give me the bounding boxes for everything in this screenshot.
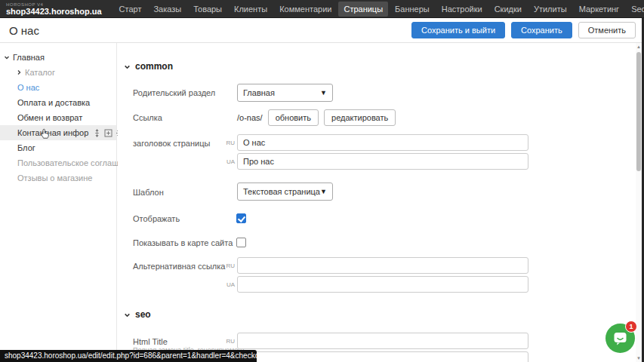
tree-item-payment-delivery[interactable]: Оплата и доставка [0,95,116,110]
tree-item-label: Главная [13,53,45,62]
scroll-up-arrow[interactable]: ▲ [636,43,642,51]
support-chat-button[interactable]: 1 [605,324,635,353]
tree-item-blog[interactable]: Блог [0,140,116,155]
tree-item-catalog[interactable]: Каталог [0,65,116,80]
shop-domain-text: shop34423.horoshop.ua [6,8,102,16]
sitemap-checkbox[interactable] [236,238,246,247]
menu-item-comments[interactable]: Комментарии [274,2,337,17]
html-title-label: Html Title [133,337,168,346]
page-title: О нас [9,24,39,37]
menu-item-settings[interactable]: Настройки [436,2,488,17]
alt-link-ru-input[interactable] [237,257,528,274]
alt-link-ua-input[interactable] [237,276,528,293]
move-icon[interactable] [93,129,101,137]
browser-status-url: shop34423.horoshop.ua/edit/edit.php?id=6… [0,350,257,362]
menu-item-pages[interactable]: Страницы [338,2,388,17]
tree-item-home[interactable]: Главная [0,50,116,65]
section-header-seo[interactable]: seo [124,309,151,320]
vertical-scrollbar[interactable]: ▲ ▼ [636,43,642,362]
menu-item-utilities[interactable]: Утилиты [528,2,572,17]
menu-item-orders[interactable]: Заказы [148,2,186,17]
menu-item-start[interactable]: Старт [114,2,147,17]
display-label: Отображать [133,214,180,223]
scrollbar-thumb[interactable] [636,52,641,171]
app-window: HOROSHOP V4 shop34423.horoshop.ua Старт … [0,0,644,362]
template-select[interactable]: Текстовая страница ▼ [237,183,333,201]
menu-item-seo[interactable]: Seo [626,2,644,17]
scroll-down-arrow[interactable]: ▼ [636,354,642,362]
parent-section-label: Родительский раздел [133,88,215,97]
chevron-down-icon [124,311,131,318]
logo-version-text: HOROSHOP V4 [6,2,102,7]
link-edit-button[interactable]: редактировать [324,109,396,126]
lang-badge-ua: UA [226,158,235,165]
section-title: seo [135,309,151,320]
tree-item-store-reviews[interactable]: Отзывы о магазине [0,170,116,186]
menu-item-marketing[interactable]: Маркетинг [574,2,624,17]
link-update-button[interactable]: обновить [268,109,319,126]
page-title-ru-input[interactable] [237,134,528,151]
horoshop-logo[interactable]: HOROSHOP V4 shop34423.horoshop.ua [6,2,102,16]
menu-item-banners[interactable]: Баннеры [390,2,435,17]
parent-section-select[interactable]: Главная ▼ [237,84,333,102]
section-title: common [135,61,173,72]
section-header-common[interactable]: common [124,61,173,72]
link-path-text: /o-nas/ [237,113,263,122]
page-header: О нас Сохранить и выйти Сохранить Отмени… [0,18,644,43]
main-menu: Старт Заказы Товары Клиенты Комментарии … [114,2,644,17]
page-title-label: заголовок страницы [133,139,210,148]
chevron-right-icon[interactable] [15,69,23,75]
alt-link-label: Альтернативная ссылка [133,262,225,271]
tree-item-user-agreement[interactable]: Пользовательское соглашение [0,155,116,170]
lang-badge-ru: RU [226,338,235,345]
tree-item-label: Обмен и возврат [17,113,82,122]
lang-badge-ua: UA [226,281,235,288]
html-title-ua-input[interactable] [237,351,528,362]
menu-item-clients[interactable]: Клиенты [229,2,273,17]
tree-item-label: О нас [17,83,39,92]
header-buttons: Сохранить и выйти Сохранить Отменить [411,22,636,38]
pages-tree-sidebar: Главная Каталог О нас Оплата и доставка … [0,43,117,362]
page-title-ua-input[interactable] [237,153,528,170]
save-and-exit-button[interactable]: Сохранить и выйти [411,22,505,38]
add-page-icon[interactable] [104,129,112,137]
page-edit-form: common Родительский раздел Главная ▼ Ссы… [118,43,636,362]
cancel-button[interactable]: Отменить [578,22,636,38]
chevron-down-icon [124,63,131,70]
html-title-ru-input[interactable] [237,333,528,349]
tree-item-label: Блог [17,143,35,152]
chat-unread-badge: 1 [625,321,637,333]
tree-item-label: Контактная инфор [17,128,88,137]
selected-value: Главная [243,88,275,97]
selected-value: Текстовая страница [243,187,320,196]
tree-item-exchange-return[interactable]: Обмен и возврат [0,110,116,125]
menu-item-products[interactable]: Товары [188,2,227,17]
top-navigation-bar: HOROSHOP V4 shop34423.horoshop.ua Старт … [0,0,644,18]
display-checkbox[interactable] [236,213,246,223]
link-label: Ссылка [133,113,162,122]
tree-item-label: Отзывы о магазине [17,173,92,183]
tree-item-label: Оплата и доставка [17,98,90,107]
sitemap-label: Показывать в карте сайта [133,238,233,247]
chevron-down-icon[interactable] [3,54,11,60]
tree-item-label: Каталог [25,68,55,77]
save-button[interactable]: Сохранить [511,22,572,38]
chat-bubble-icon [612,330,628,346]
tree-item-contact-info[interactable]: Контактная инфор [0,125,116,140]
tree-item-about[interactable]: О нас [0,80,116,95]
menu-item-discounts[interactable]: Скидки [489,2,527,17]
lang-badge-ru: RU [226,262,235,269]
link-row: /o-nas/ обновить редактировать [237,109,396,126]
chevron-down-icon: ▼ [320,188,327,195]
chevron-down-icon: ▼ [320,89,327,97]
template-label: Шаблон [133,188,164,197]
lang-badge-ru: RU [226,140,235,146]
